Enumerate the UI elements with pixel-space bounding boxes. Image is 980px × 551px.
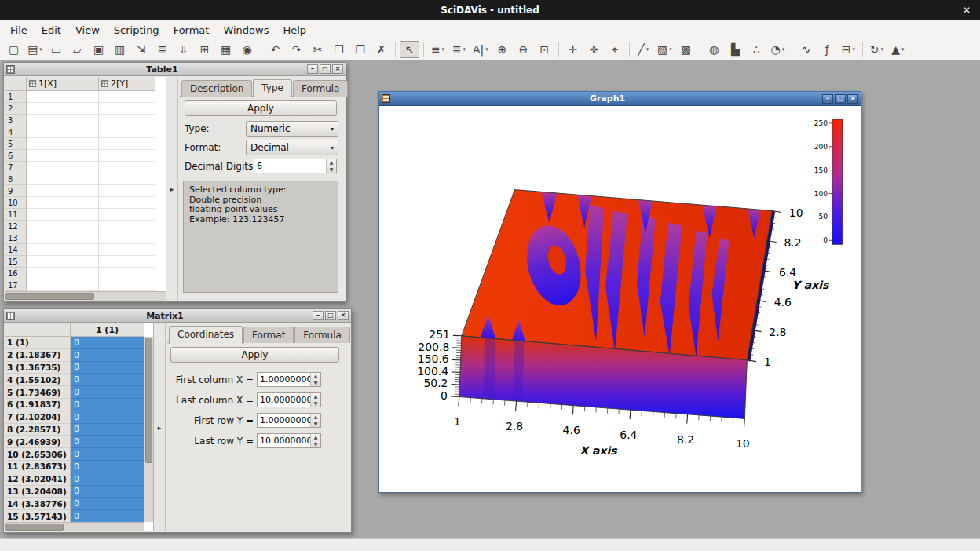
row-number[interactable]: 2: [5, 103, 27, 115]
scrollbar-thumb[interactable]: [145, 338, 152, 463]
row-number[interactable]: 10: [5, 197, 27, 209]
table-cell[interactable]: [99, 162, 155, 173]
matrix-row-header[interactable]: 3 (1.36735): [5, 362, 71, 374]
app-titlebar[interactable]: SciDAVis - untitled ✕: [0, 0, 980, 20]
format-dropdown[interactable]: Decimal▾: [246, 140, 338, 155]
firstrowy-spinbox[interactable]: 1.00000000▲▼: [257, 413, 321, 428]
table-cell[interactable]: [99, 209, 155, 221]
export-pdf-button[interactable]: ⇩: [174, 41, 193, 58]
table-cell[interactable]: [27, 173, 99, 185]
new-project-button[interactable]: ▢: [4, 41, 24, 58]
print-button[interactable]: ≣: [152, 41, 172, 58]
table-cell[interactable]: [99, 126, 155, 138]
matrix-row-header[interactable]: 7 (2.10204): [5, 411, 71, 424]
spin-down-icon[interactable]: ▼: [311, 441, 320, 448]
row-number[interactable]: 16: [5, 268, 27, 279]
matrix-row-header[interactable]: 14 (3.38776): [5, 498, 71, 510]
plot-3d-slice-button[interactable]: ◔▾: [768, 41, 788, 58]
add-curve-button[interactable]: ▧▾: [655, 41, 675, 58]
matrix-cell[interactable]: 0: [71, 399, 144, 411]
delete-selection-button[interactable]: ✗: [371, 41, 391, 58]
matrix-cell[interactable]: 0: [71, 473, 144, 486]
row-number[interactable]: 6: [5, 150, 27, 162]
table1-grid[interactable]: 1[X]2[Y] 1234567891011121314151617: [5, 77, 166, 301]
redo-button[interactable]: ↷: [287, 41, 306, 58]
scrollbar-thumb[interactable]: [5, 524, 64, 531]
lock-toolbars-button[interactable]: ◉: [237, 41, 257, 58]
table-cell[interactable]: [99, 244, 155, 256]
table-cell[interactable]: [27, 115, 99, 126]
table-cell[interactable]: [99, 138, 155, 150]
rescale-plot-button[interactable]: ⊡: [535, 41, 554, 58]
pointer-tool-button[interactable]: ↖: [400, 41, 419, 58]
table1-hscrollbar[interactable]: [5, 291, 166, 301]
table-cell[interactable]: [27, 232, 99, 244]
maximize-button[interactable]: □: [325, 311, 336, 320]
spin-up-icon[interactable]: ▲: [327, 159, 336, 166]
project-explorer-button[interactable]: ⊞: [195, 41, 214, 58]
spin-down-icon[interactable]: ▼: [327, 166, 336, 173]
select-data-range-button[interactable]: ⌖: [605, 41, 625, 58]
menu-item-help[interactable]: Help: [276, 22, 313, 38]
log-window-button[interactable]: ▦: [216, 41, 236, 58]
matrix-row-header[interactable]: 8 (2.28571): [5, 424, 71, 436]
open-template-button[interactable]: ▱: [68, 41, 87, 58]
matrix1-vscrollbar[interactable]: [144, 337, 153, 522]
matrix-cell[interactable]: 0: [71, 411, 144, 424]
spin-up-icon[interactable]: ▲: [311, 414, 320, 421]
matrix-row-header[interactable]: 15 (3.57143): [5, 510, 71, 523]
spin-down-icon[interactable]: ▼: [311, 380, 320, 387]
table-cell[interactable]: [99, 115, 155, 126]
matrix1-tab-format[interactable]: Format: [243, 327, 294, 343]
table1-tab-formula[interactable]: Formula: [293, 80, 349, 97]
row-number[interactable]: 7: [5, 162, 27, 173]
perspective-3d-button[interactable]: ▲▾: [888, 41, 908, 58]
minimize-button[interactable]: –: [822, 94, 833, 104]
function-plot-button[interactable]: ƒ: [817, 41, 837, 58]
spin-up-icon[interactable]: ▲: [311, 393, 320, 400]
matrix-cell[interactable]: 0: [71, 436, 144, 448]
table-cell[interactable]: [99, 279, 155, 291]
copy-selection-button[interactable]: ❐: [329, 41, 349, 58]
lastrowy-spinbox[interactable]: 10.0000000▲▼: [257, 433, 321, 448]
text-tool-button[interactable]: A|▾: [470, 41, 491, 58]
data-reader-button[interactable]: ✜: [584, 41, 604, 58]
import-ascii-button[interactable]: ⇲: [131, 41, 151, 58]
select-columns-button[interactable]: ≡▾: [428, 41, 448, 58]
row-number[interactable]: 3: [5, 115, 27, 126]
screen-reader-button[interactable]: ✛: [563, 41, 583, 58]
table-cell[interactable]: [27, 268, 99, 279]
draw-line-button[interactable]: ╱▾: [634, 41, 653, 58]
table-cell[interactable]: [99, 91, 155, 103]
menu-item-format[interactable]: Format: [166, 22, 217, 38]
paste-selection-button[interactable]: ❒: [350, 41, 370, 58]
matrix-cell[interactable]: 0: [71, 362, 144, 374]
table-cell[interactable]: [27, 197, 99, 209]
splitter-arrow-icon[interactable]: ▸: [158, 424, 162, 432]
matrix1-tab-coordinates[interactable]: Coordinates: [169, 326, 243, 344]
table-cell[interactable]: [99, 256, 155, 268]
matrix-cell[interactable]: 0: [71, 386, 144, 399]
row-number[interactable]: 14: [5, 244, 27, 256]
decimal-digits-spinbox[interactable]: 6▲▼: [254, 159, 337, 173]
row-number[interactable]: 9: [5, 185, 27, 197]
plot-canvas[interactable]: 251200.8150.6100.450.2012.84.66.48.210X …: [380, 107, 860, 491]
splitter-arrow-icon[interactable]: ▸: [170, 185, 174, 193]
minimize-button[interactable]: –: [307, 64, 318, 74]
table-cell[interactable]: [27, 209, 99, 221]
plot-3d-scatter-button[interactable]: ∴: [747, 41, 766, 58]
apply-button[interactable]: Apply: [185, 100, 337, 116]
matrix-row-header[interactable]: 5 (1.73469): [5, 386, 71, 399]
matrix-row-header[interactable]: 4 (1.55102): [5, 374, 71, 386]
spin-up-icon[interactable]: ▲: [311, 373, 320, 380]
undo-button[interactable]: ↶: [265, 41, 285, 58]
graph1-titlebar[interactable]: Graph1 – □ ×: [379, 92, 861, 106]
matrix-cell[interactable]: 0: [71, 424, 144, 436]
close-button[interactable]: ×: [332, 64, 343, 74]
save-template-button[interactable]: ▥: [110, 41, 130, 58]
table-cell[interactable]: [99, 103, 155, 115]
table-cell[interactable]: [27, 91, 99, 103]
column-header-2[Y][interactable]: 2[Y]: [99, 77, 155, 91]
column-header-1[X][interactable]: 1[X]: [27, 77, 99, 91]
add-image-button[interactable]: ▩: [676, 41, 696, 58]
